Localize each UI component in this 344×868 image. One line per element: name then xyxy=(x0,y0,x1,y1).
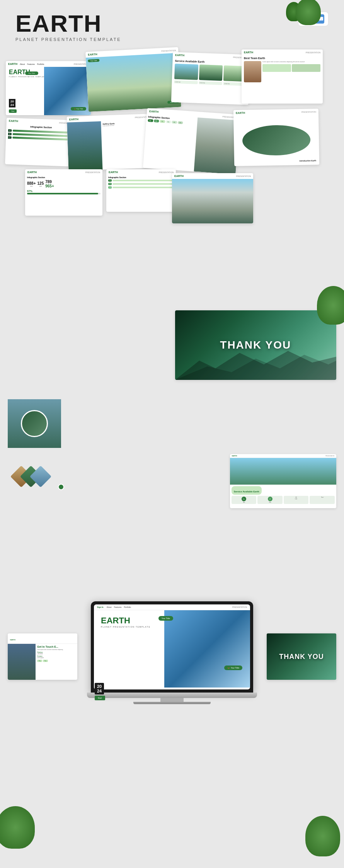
plant-decoration-4 xyxy=(0,806,35,849)
top-mosaic: EARTH About Features Portfolio PRESENTAT… xyxy=(6,49,338,216)
start-btn[interactable]: Start xyxy=(9,109,17,113)
laptop-computer: Sign In About Features Portfolio PRESENT… xyxy=(91,601,253,704)
slide-thank-you: THANK YOU xyxy=(175,310,337,380)
thank-you-text: THANK YOU xyxy=(220,339,291,351)
slide-nav-logo: EARTH xyxy=(8,63,17,65)
laptop-display: Sign In About Features Portfolio PRESENT… xyxy=(94,604,250,689)
main-title: EARTH xyxy=(15,12,121,36)
slide-mountain-2: EARTH PRESENTATION xyxy=(172,173,253,223)
slide-stats: EARTH PRESENTATION Infographic Section 8… xyxy=(25,169,102,216)
screen-earth-title: EARTH xyxy=(97,613,161,626)
slide-service: EARTH PRESENTATION Service Available Ear… xyxy=(230,454,336,508)
laptop-side-thankyou: THANK YOU xyxy=(267,633,336,680)
slide-gallery-mosaic: EARTH PRESENTATION Gallery Earth Lorem i… xyxy=(67,114,154,171)
laptop-section: EARTH Get In Touch E... Lorem ipsum dolo… xyxy=(0,583,344,730)
slide-infographic-mountain: EARTH PRESENTATION Infographic Section 0… xyxy=(143,108,240,174)
slide-intro-mosaic: EARTH PRESENTATION Introduction Earth xyxy=(233,109,319,166)
screen-year: 2024 xyxy=(95,683,104,689)
slide-infographic-1: EARTH PRESENTATION Infographic Section A… xyxy=(5,118,76,167)
nav-about: About xyxy=(20,63,25,65)
laptop-side-contact: EARTH Get In Touch E... Lorem ipsum dolo… xyxy=(8,633,77,680)
service-title: Service Available Earth xyxy=(234,490,259,493)
nav-portfolio: Portfolio xyxy=(37,63,44,65)
slide-infographic-2: EARTH PRESENTATION Infographic Section 0… xyxy=(106,169,176,212)
plant-decoration-5 xyxy=(305,816,340,856)
main-subtitle: Planet Presentation Template xyxy=(15,37,121,42)
title-block: EARTH Planet Presentation Template xyxy=(15,12,121,42)
screen-earth-sub: PLANET PRESENTATION TEMPLATE xyxy=(97,626,161,628)
plant-decoration-1 xyxy=(296,0,321,25)
slide-mountain: EARTH PRESENTATION Your Tittle Your Titt… xyxy=(85,47,181,112)
slide-earth-main: EARTH About Features Portfolio PRESENTAT… xyxy=(6,61,91,115)
slide-team-mosaic: EARTH PRESENTATION Best Team Earth Lorem… xyxy=(242,49,323,104)
nav-features: Features xyxy=(27,63,35,65)
plant-decoration-3 xyxy=(317,286,344,325)
slide-service-mosaic: EARTH PRESENTATION Service Available Ear… xyxy=(171,52,250,105)
year-badge: 2024 xyxy=(9,99,15,107)
